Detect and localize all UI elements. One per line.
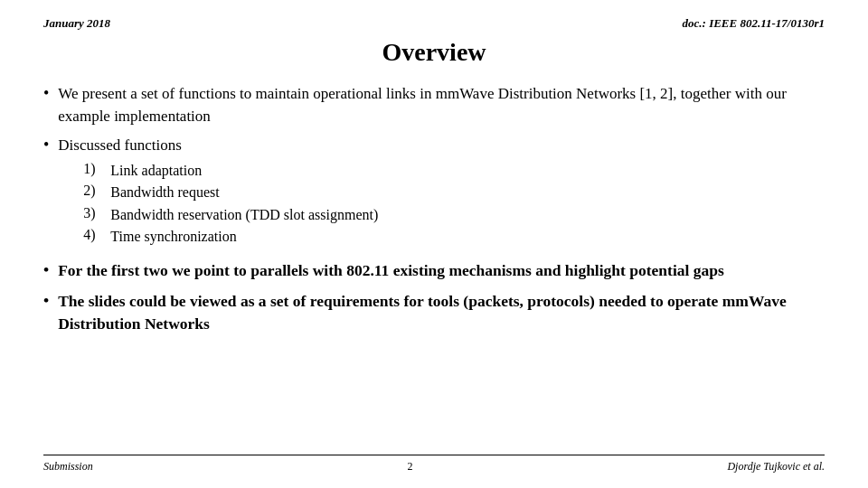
sub-list: 1) Link adaptation 2) Bandwidth request …	[83, 161, 378, 248]
footer-page-number: 2	[408, 460, 413, 474]
sub-text-3: Bandwidth reservation (TDD slot assignme…	[110, 205, 378, 225]
bullet-dot-2: •	[43, 136, 49, 155]
slide-title: Overview	[43, 38, 825, 67]
sub-num-4: 4)	[83, 227, 110, 243]
footer-submission: Submission	[43, 460, 93, 474]
bullet-text-3: For the first two we point to parallels …	[58, 259, 724, 282]
sub-num-3: 3)	[83, 205, 110, 221]
bullet-dot-3: •	[43, 260, 49, 279]
slide: January 2018 doc.: IEEE 802.11-17/0130r1…	[0, 0, 868, 488]
slide-content: • We present a set of functions to maint…	[43, 83, 825, 455]
bullet-text-1: We present a set of functions to maintai…	[58, 83, 825, 127]
sub-item-4: 4) Time synchronization	[83, 227, 378, 247]
bullet-item-2: • Discussed functions 1) Link adaptation…	[43, 135, 825, 252]
bullet-dot-1: •	[43, 84, 49, 103]
bullet-dot-4: •	[43, 291, 49, 310]
sub-item-3: 3) Bandwidth reservation (TDD slot assig…	[83, 205, 378, 225]
sub-text-2: Bandwidth request	[110, 183, 219, 202]
sub-text-4: Time synchronization	[110, 227, 236, 247]
bullet-block-2: Discussed functions 1) Link adaptation 2…	[58, 135, 378, 252]
sub-item-1: 1) Link adaptation	[83, 161, 378, 181]
sub-item-2: 2) Bandwidth request	[83, 183, 378, 202]
bullet-item-4: • The slides could be viewed as a set of…	[43, 290, 825, 336]
slide-header: January 2018 doc.: IEEE 802.11-17/0130r1	[43, 16, 825, 31]
bullet-text-2: Discussed functions	[58, 136, 181, 154]
bullet-item-1: • We present a set of functions to maint…	[43, 83, 825, 127]
slide-footer: Submission 2 Djordje Tujkovic et al.	[43, 455, 825, 474]
sub-num-1: 1)	[83, 161, 110, 177]
header-date: January 2018	[43, 16, 110, 31]
bullet-item-3: • For the first two we point to parallel…	[43, 259, 825, 282]
sub-num-2: 2)	[83, 183, 110, 199]
sub-text-1: Link adaptation	[110, 161, 202, 181]
header-doc: doc.: IEEE 802.11-17/0130r1	[683, 16, 825, 31]
footer-author: Djordje Tujkovic et al.	[727, 460, 825, 474]
bullet-text-4: The slides could be viewed as a set of r…	[58, 290, 825, 336]
